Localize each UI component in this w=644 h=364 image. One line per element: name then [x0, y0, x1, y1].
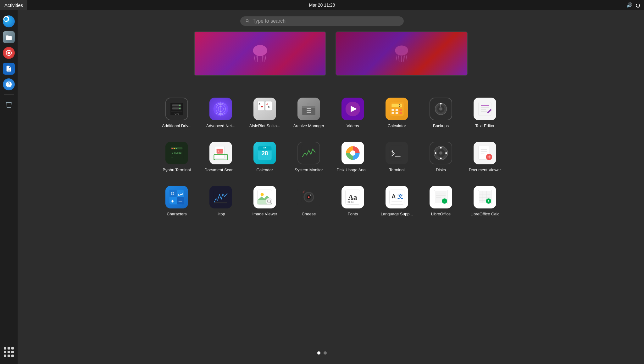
page-dots: [317, 351, 327, 355]
app-item-libreoffice-calc[interactable]: Σ LibreOffice Calc: [466, 183, 504, 227]
jellyfish-image-1: [247, 41, 273, 66]
svg-point-66: [440, 147, 442, 149]
app-item-byobu-terminal[interactable]: $ byobu _ Byobu Terminal: [158, 139, 196, 183]
app-item-calendar[interactable]: 28 28 Calendar: [246, 139, 284, 183]
svg-point-8: [179, 105, 180, 106]
windows-area: [18, 31, 644, 76]
app-item-archive-manager[interactable]: Archive Manager: [290, 94, 328, 139]
svg-rect-26: [307, 112, 311, 113]
dock-item-messenger[interactable]: [2, 14, 16, 28]
app-label-calendar: Calendar: [257, 168, 273, 173]
svg-point-90: [308, 196, 310, 198]
dock-item-files[interactable]: [2, 30, 16, 44]
svg-text:—: —: [179, 199, 182, 203]
characters-icon: Ö ش ✚ —: [165, 186, 188, 208]
document-viewer-icon: [474, 142, 496, 164]
svg-point-9: [179, 108, 180, 109]
app-item-advanced-net[interactable]: Advanced Net...: [202, 94, 240, 139]
svg-text:28: 28: [263, 147, 266, 150]
svg-rect-80: [214, 202, 227, 203]
power-icon: ⏻: [636, 3, 640, 8]
page-dot-1[interactable]: [317, 351, 320, 355]
svg-text:A: A: [218, 150, 220, 153]
app-item-disks[interactable]: Disks: [422, 139, 460, 183]
app-item-text-editor[interactable]: Text Editor: [466, 94, 504, 139]
page-dot-2[interactable]: [324, 351, 327, 355]
svg-rect-23: [302, 106, 315, 108]
archive-manager-icon: [297, 98, 320, 120]
app-item-libreoffice[interactable]: L LibreOffice: [422, 183, 460, 227]
svg-rect-79: [214, 190, 228, 205]
app-label-aisleriot: AisleRiot Solita...: [249, 123, 280, 129]
svg-text:✚: ✚: [171, 199, 174, 203]
window-thumbnail-2[interactable]: [336, 31, 468, 76]
backups-icon: [430, 98, 452, 120]
additional-driv-icon: CPU: [165, 98, 188, 120]
app-item-characters[interactable]: Ö ش ✚ — Characters: [158, 183, 196, 227]
svg-point-0: [8, 52, 10, 54]
videos-icon: [341, 98, 364, 120]
svg-text:Σ: Σ: [488, 200, 489, 203]
app-item-terminal[interactable]: $_ Terminal: [378, 139, 416, 183]
svg-rect-32: [391, 109, 394, 111]
svg-text:文: 文: [397, 193, 403, 200]
aisleriot-icon: A A ♥ ♠: [253, 98, 276, 120]
svg-point-40: [439, 107, 442, 111]
svg-point-4: [397, 46, 407, 54]
app-item-calculator[interactable]: 0 Calculator: [378, 94, 416, 139]
app-item-videos[interactable]: Videos: [334, 94, 372, 139]
svg-point-68: [435, 152, 436, 154]
svg-text:28: 28: [262, 150, 268, 156]
dock-item-rhythmbox[interactable]: [2, 46, 16, 60]
app-item-system-monitor[interactable]: System Monitor: [290, 139, 328, 183]
app-item-image-viewer[interactable]: Image Viewer: [246, 183, 284, 227]
app-item-cheese[interactable]: Cheese: [290, 183, 328, 227]
app-label-libreoffice-calc: LibreOffice Calc: [470, 212, 499, 217]
search-input-wrapper: [240, 16, 404, 26]
app-item-aisleriot[interactable]: A A ♥ ♠ AisleRiot Solita...: [246, 94, 284, 139]
dock-item-trash[interactable]: [2, 98, 16, 112]
advanced-net-icon: [209, 98, 232, 120]
svg-rect-35: [391, 112, 394, 114]
svg-rect-36: [396, 112, 398, 114]
activities-button[interactable]: Activities: [0, 0, 27, 10]
app-item-document-viewer[interactable]: Document Viewer: [466, 139, 504, 183]
window-thumbnail-1[interactable]: [194, 31, 326, 76]
help-icon: [3, 78, 15, 90]
app-label-archive-manager: Archive Manager: [293, 123, 324, 129]
svg-text:CPU: CPU: [175, 113, 179, 115]
svg-text:0: 0: [399, 104, 401, 107]
app-item-backups[interactable]: Backups: [422, 94, 460, 139]
svg-rect-24: [307, 108, 311, 109]
svg-rect-46: [174, 148, 175, 149]
app-item-htop[interactable]: Htop: [202, 183, 240, 227]
grid-icon: [4, 347, 14, 357]
app-item-fonts[interactable]: Aa Bb Cc Fonts: [334, 183, 372, 227]
libreoffice-icon: L: [430, 186, 452, 208]
writer-icon: [3, 63, 15, 75]
app-label-byobu-terminal: Byobu Terminal: [163, 168, 191, 173]
svg-rect-42: [479, 102, 491, 116]
app-label-cheese: Cheese: [302, 212, 316, 217]
app-label-document-viewer: Document Viewer: [469, 168, 501, 173]
disk-usage-icon: [341, 142, 364, 164]
search-input[interactable]: [253, 18, 399, 24]
show-applications-button[interactable]: [2, 345, 16, 359]
svg-point-67: [440, 157, 442, 159]
app-label-advanced-net: Advanced Net...: [206, 123, 236, 129]
app-item-language-support[interactable]: A 文 Language Supp...: [378, 183, 416, 227]
app-item-disk-usage[interactable]: Disk Usage Ana...: [334, 139, 372, 183]
language-support-icon: A 文: [386, 186, 408, 208]
svg-point-91: [310, 195, 311, 196]
svg-text:Ö: Ö: [171, 191, 174, 196]
app-item-additional-driv[interactable]: CPU Additional Driv...: [158, 94, 196, 139]
dock-item-writer[interactable]: [2, 62, 16, 76]
app-label-videos: Videos: [347, 123, 359, 129]
app-item-document-scan[interactable]: A Document Scan...: [202, 139, 240, 183]
files-icon: [3, 31, 15, 43]
apps-container: CPU Additional Driv... Advanced Net...: [158, 94, 504, 227]
app-label-language-support: Language Supp...: [381, 212, 413, 217]
dock-item-help[interactable]: [2, 77, 16, 91]
terminal-icon: $_: [386, 142, 408, 164]
svg-text:Bb: Bb: [347, 201, 350, 203]
